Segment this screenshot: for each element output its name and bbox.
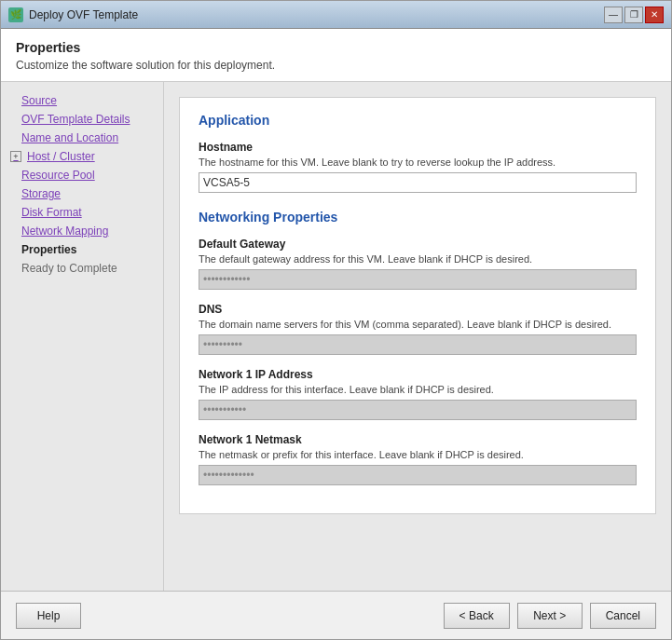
networking-section-title: Networking Properties	[199, 210, 637, 225]
default-gateway-field-group: Default Gateway The default gateway addr…	[199, 238, 637, 290]
sidebar-item-name-and-location[interactable]: Name and Location	[1, 129, 163, 147]
network1-netmask-desc: The netmask or prefix for this interface…	[199, 449, 637, 460]
sidebar: Source OVF Template Details Name and Loc…	[1, 82, 164, 591]
main-panel: Application Hostname The hostname for th…	[164, 82, 671, 591]
networking-section: Networking Properties Default Gateway Th…	[199, 210, 637, 485]
sidebar-item-disk-format[interactable]: Disk Format	[1, 203, 163, 222]
dns-label: DNS	[199, 303, 637, 316]
title-bar: 🌿 Deploy OVF Template — ❐ ✕	[1, 1, 671, 29]
title-bar-left: 🌿 Deploy OVF Template	[8, 7, 138, 22]
sidebar-item-properties: Properties	[1, 240, 163, 259]
default-gateway-desc: The default gateway address for this VM.…	[199, 253, 637, 265]
sidebar-item-ovf-template-details[interactable]: OVF Template Details	[1, 110, 163, 129]
back-button[interactable]: < Back	[444, 603, 510, 629]
dns-input[interactable]	[199, 334, 637, 355]
cancel-button[interactable]: Cancel	[590, 603, 656, 629]
hostname-label: Hostname	[199, 141, 637, 154]
expand-icon: +	[10, 151, 21, 162]
network1-ip-desc: The IP address for this interface. Leave…	[199, 384, 637, 395]
dns-desc: The domain name servers for this VM (com…	[199, 319, 637, 330]
next-button[interactable]: Next >	[517, 603, 583, 629]
default-gateway-input[interactable]	[199, 269, 637, 290]
hostname-input[interactable]	[199, 172, 637, 193]
app-icon: 🌿	[8, 7, 23, 22]
hostname-field-group: Hostname The hostname for this VM. Leave…	[199, 141, 637, 193]
header-subtitle: Customize the software solution for this…	[16, 59, 656, 72]
sidebar-item-network-mapping[interactable]: Network Mapping	[1, 222, 163, 240]
sidebar-item-host-cluster-label: Host / Cluster	[27, 150, 95, 163]
dns-field-group: DNS The domain name servers for this VM …	[199, 303, 637, 355]
sidebar-item-ready-to-complete: Ready to Complete	[1, 259, 163, 278]
default-gateway-label: Default Gateway	[199, 238, 637, 251]
footer: Help < Back Next > Cancel	[1, 591, 671, 639]
application-section-title: Application	[199, 113, 637, 128]
header-area: Properties Customize the software soluti…	[1, 29, 671, 82]
content-area: Source OVF Template Details Name and Loc…	[1, 82, 671, 591]
help-button[interactable]: Help	[16, 603, 81, 629]
close-button[interactable]: ✕	[645, 7, 664, 23]
minimize-button[interactable]: —	[604, 7, 623, 23]
form-card: Application Hostname The hostname for th…	[179, 97, 656, 514]
hostname-desc: The hostname for this VM. Leave blank to…	[199, 157, 637, 168]
network1-ip-input[interactable]	[199, 400, 637, 420]
sidebar-item-host-cluster[interactable]: + Host / Cluster	[1, 147, 163, 166]
network1-netmask-input[interactable]	[199, 465, 637, 485]
network1-netmask-label: Network 1 Netmask	[199, 433, 637, 446]
sidebar-item-resource-pool[interactable]: Resource Pool	[1, 166, 163, 184]
header-title: Properties	[16, 40, 656, 55]
network1-netmask-field-group: Network 1 Netmask The netmask or prefix …	[199, 433, 637, 485]
sidebar-item-storage[interactable]: Storage	[1, 184, 163, 203]
title-bar-controls: — ❐ ✕	[604, 7, 664, 23]
footer-left: Help	[16, 603, 81, 629]
footer-right: < Back Next > Cancel	[444, 603, 656, 629]
network1-ip-label: Network 1 IP Address	[199, 368, 637, 381]
main-window: 🌿 Deploy OVF Template — ❐ ✕ Properties C…	[0, 0, 672, 640]
network1-ip-field-group: Network 1 IP Address The IP address for …	[199, 368, 637, 420]
sidebar-item-source[interactable]: Source	[1, 91, 163, 110]
restore-button[interactable]: ❐	[624, 7, 643, 23]
window-title: Deploy OVF Template	[29, 8, 138, 21]
